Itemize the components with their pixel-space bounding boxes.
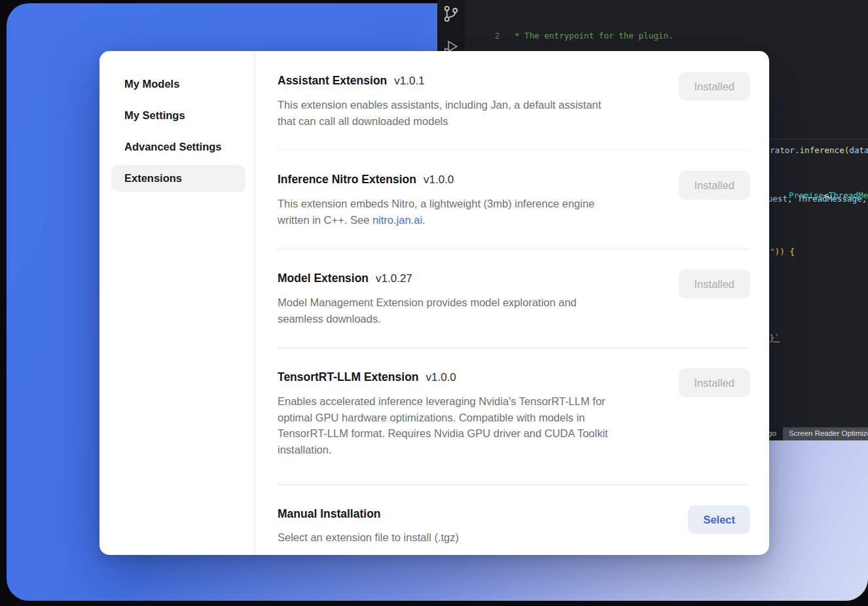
- code-token: * The entrypoint for the plugin.: [509, 31, 673, 41]
- select-button[interactable]: Select: [688, 505, 750, 534]
- extension-description: Enables accelerated inference leveraging…: [278, 393, 664, 457]
- installed-button[interactable]: Installed: [679, 368, 750, 397]
- extension-title-line: Assistant Extension v1.0.1: [278, 73, 679, 89]
- code-fragment: rator.inference(data));: [770, 145, 868, 155]
- extension-title: Model Extension: [278, 270, 369, 286]
- sidebar-item-label: Advanced Settings: [124, 141, 222, 152]
- editor-divider: [763, 139, 868, 139]
- extension-title: Inference Nitro Extension: [278, 171, 416, 187]
- sidebar-item-label: My Settings: [124, 109, 185, 121]
- sidebar-item-label: My Models: [124, 78, 179, 90]
- extension-version: v1.0.27: [376, 271, 412, 287]
- extension-row: Assistant Extension v1.0.1 This extensio…: [278, 73, 750, 151]
- extension-row: TensortRT-LLM Extension v1.0.0 Enables a…: [278, 348, 750, 485]
- extension-row-main: TensortRT-LLM Extension v1.0.0 Enables a…: [278, 369, 679, 457]
- screen-reader-status[interactable]: Screen Reader Optimized: [783, 427, 868, 440]
- installed-button[interactable]: Installed: [679, 270, 750, 298]
- code-fragment: ")) {: [770, 247, 795, 257]
- extension-description: This extension embeds Nitro, a lightweig…: [278, 196, 664, 228]
- extension-title: Assistant Extension: [278, 73, 387, 88]
- extension-title-line: Model Extension v1.0.27: [278, 270, 679, 287]
- screenshot-canvas: 2 * The entrypoint for the plugin. 3 */ …: [0, 0, 868, 606]
- extension-version: v1.0.0: [426, 370, 456, 385]
- code-fragment: Promise<ThreadMessage>: [789, 190, 868, 200]
- extensions-list: Assistant Extension v1.0.1 This extensio…: [255, 51, 769, 555]
- extension-version: v1.0.0: [424, 172, 454, 188]
- code-token: data: [849, 145, 868, 155]
- line-number: 2: [484, 30, 509, 41]
- code-token: Promise: [789, 190, 823, 200]
- extension-row: Model Extension v1.0.27 Model Management…: [278, 249, 750, 348]
- extension-version: v1.0.1: [394, 73, 424, 89]
- sidebar-item-my-models[interactable]: My Models: [111, 71, 245, 98]
- code-text: * The entrypoint for the plugin.: [509, 31, 673, 41]
- code-token: <: [823, 190, 829, 200]
- code-token: )) {: [775, 247, 795, 257]
- installed-button[interactable]: Installed: [679, 171, 750, 200]
- installed-button[interactable]: Installed: [679, 72, 750, 101]
- extension-title: TensortRT-LLM Extension: [278, 369, 419, 385]
- sidebar-item-advanced-settings[interactable]: Advanced Settings: [111, 134, 245, 160]
- extension-row-main: Inference Nitro Extension v1.0.0 This ex…: [278, 171, 679, 228]
- settings-sidebar: My Models My Settings Advanced Settings …: [99, 51, 255, 555]
- extension-description: Model Management Extension provides mode…: [278, 294, 664, 327]
- extension-description: Select an extension file to install (.tg…: [278, 529, 664, 546]
- code-token: ThreadMessage: [829, 190, 868, 200]
- extension-row: Inference Nitro Extension v1.0.0 This ex…: [278, 151, 750, 249]
- extension-row-main: Assistant Extension v1.0.1 This extensio…: [278, 73, 679, 129]
- sidebar-item-extensions[interactable]: Extensions: [111, 165, 245, 192]
- sidebar-item-label: Extensions: [124, 172, 182, 184]
- settings-modal: My Models My Settings Advanced Settings …: [99, 51, 769, 555]
- nitro-jan-ai-link[interactable]: nitro.jan.ai.: [372, 214, 425, 226]
- extension-row-main: Manual Installation Select an extension …: [278, 506, 688, 546]
- extension-description: This extension enables assistants, inclu…: [278, 97, 664, 129]
- code-token: rator.: [770, 145, 800, 155]
- code-token: inference: [800, 145, 844, 155]
- extension-title-line: Inference Nitro Extension v1.0.0: [278, 171, 679, 188]
- extension-title: Manual Installation: [278, 506, 381, 522]
- source-control-icon[interactable]: [441, 4, 461, 24]
- extension-title-line: Manual Installation: [278, 506, 688, 522]
- screen-reader-status-label: Screen Reader Optimized: [789, 429, 868, 437]
- code-line: 2 * The entrypoint for the plugin.: [465, 19, 868, 30]
- sidebar-item-my-settings[interactable]: My Settings: [111, 102, 245, 129]
- extension-row-main: Model Extension v1.0.27 Model Management…: [278, 270, 679, 327]
- extension-row: Manual Installation Select an extension …: [278, 485, 750, 555]
- code-token: ": [770, 247, 775, 257]
- extension-title-line: TensortRT-LLM Extension v1.0.0: [278, 369, 679, 385]
